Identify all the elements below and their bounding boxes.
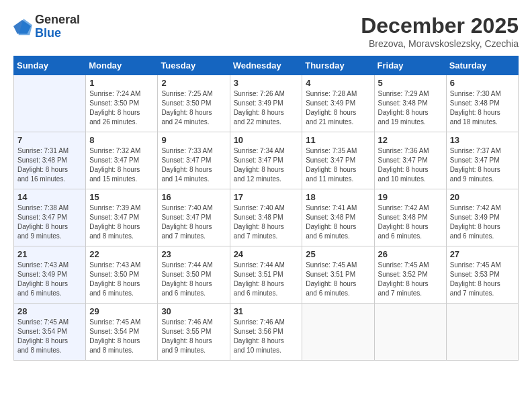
day-number: 16: [161, 192, 226, 202]
day-number: 5: [378, 78, 443, 88]
day-info: Sunrise: 7:42 AMSunset: 3:48 PMDaylight:…: [378, 203, 443, 241]
weekday-header-saturday: Saturday: [446, 56, 518, 75]
weekday-header-tuesday: Tuesday: [158, 56, 230, 75]
day-info: Sunrise: 7:35 AMSunset: 3:47 PMDaylight:…: [306, 146, 370, 184]
day-number: 2: [161, 78, 226, 88]
weekday-header-sunday: Sunday: [14, 56, 86, 75]
day-info: Sunrise: 7:44 AMSunset: 3:51 PMDaylight:…: [234, 261, 299, 298]
day-number: 11: [306, 135, 370, 145]
calendar-cell: 22Sunrise: 7:43 AMSunset: 3:50 PMDayligh…: [86, 246, 158, 304]
logo-general: General: [35, 13, 80, 26]
week-row-4: 21Sunrise: 7:43 AMSunset: 3:49 PMDayligh…: [14, 246, 519, 304]
day-number: 31: [234, 306, 299, 316]
day-number: 30: [161, 306, 226, 316]
day-info: Sunrise: 7:30 AMSunset: 3:48 PMDaylight:…: [450, 89, 515, 127]
day-info: Sunrise: 7:42 AMSunset: 3:49 PMDaylight:…: [450, 203, 515, 241]
day-info: Sunrise: 7:26 AMSunset: 3:49 PMDaylight:…: [234, 89, 299, 127]
day-info: Sunrise: 7:45 AMSunset: 3:54 PMDaylight:…: [89, 318, 154, 355]
day-number: 22: [89, 249, 154, 259]
day-info: Sunrise: 7:43 AMSunset: 3:49 PMDaylight:…: [17, 261, 82, 298]
day-info: Sunrise: 7:46 AMSunset: 3:55 PMDaylight:…: [161, 318, 226, 355]
calendar-cell: 17Sunrise: 7:40 AMSunset: 3:48 PMDayligh…: [230, 189, 302, 246]
day-number: 18: [306, 192, 370, 202]
day-info: Sunrise: 7:28 AMSunset: 3:49 PMDaylight:…: [306, 89, 370, 127]
day-number: 4: [306, 78, 370, 88]
weekday-header-wednesday: Wednesday: [230, 56, 302, 75]
calendar-cell: 20Sunrise: 7:42 AMSunset: 3:49 PMDayligh…: [446, 189, 518, 246]
calendar-cell: 23Sunrise: 7:44 AMSunset: 3:50 PMDayligh…: [158, 246, 230, 304]
month-title: December 2025: [361, 13, 519, 38]
day-number: 8: [89, 135, 154, 145]
day-number: 7: [17, 135, 82, 145]
calendar-cell: 30Sunrise: 7:46 AMSunset: 3:55 PMDayligh…: [158, 304, 230, 361]
calendar-cell: 18Sunrise: 7:41 AMSunset: 3:48 PMDayligh…: [302, 189, 374, 246]
calendar-cell: 6Sunrise: 7:30 AMSunset: 3:48 PMDaylight…: [446, 75, 518, 132]
day-info: Sunrise: 7:24 AMSunset: 3:50 PMDaylight:…: [89, 89, 154, 127]
day-number: 24: [234, 249, 299, 259]
day-info: Sunrise: 7:38 AMSunset: 3:47 PMDaylight:…: [17, 203, 82, 241]
calendar-cell: 14Sunrise: 7:38 AMSunset: 3:47 PMDayligh…: [14, 189, 86, 246]
calendar-cell: 26Sunrise: 7:45 AMSunset: 3:52 PMDayligh…: [374, 246, 446, 304]
day-number: 13: [450, 135, 515, 145]
calendar-cell: [446, 304, 518, 361]
calendar-cell: 1Sunrise: 7:24 AMSunset: 3:50 PMDaylight…: [86, 75, 158, 132]
day-number: 19: [378, 192, 443, 202]
calendar-cell: 24Sunrise: 7:44 AMSunset: 3:51 PMDayligh…: [230, 246, 302, 304]
day-info: Sunrise: 7:33 AMSunset: 3:47 PMDaylight:…: [161, 146, 226, 184]
calendar-cell: 21Sunrise: 7:43 AMSunset: 3:49 PMDayligh…: [14, 246, 86, 304]
calendar-cell: [14, 75, 86, 132]
week-row-3: 14Sunrise: 7:38 AMSunset: 3:47 PMDayligh…: [14, 189, 519, 246]
day-number: 14: [17, 192, 82, 202]
calendar-cell: 12Sunrise: 7:36 AMSunset: 3:47 PMDayligh…: [374, 132, 446, 189]
calendar-cell: 25Sunrise: 7:45 AMSunset: 3:51 PMDayligh…: [302, 246, 374, 304]
day-number: 9: [161, 135, 226, 145]
day-info: Sunrise: 7:44 AMSunset: 3:50 PMDaylight:…: [161, 261, 226, 298]
calendar-cell: 7Sunrise: 7:31 AMSunset: 3:48 PMDaylight…: [14, 132, 86, 189]
calendar-cell: 29Sunrise: 7:45 AMSunset: 3:54 PMDayligh…: [86, 304, 158, 361]
day-number: 10: [234, 135, 299, 145]
day-number: 28: [17, 306, 82, 316]
day-info: Sunrise: 7:41 AMSunset: 3:48 PMDaylight:…: [306, 203, 370, 241]
calendar-cell: 15Sunrise: 7:39 AMSunset: 3:47 PMDayligh…: [86, 189, 158, 246]
logo-icon: [13, 17, 32, 36]
calendar-cell: 19Sunrise: 7:42 AMSunset: 3:48 PMDayligh…: [374, 189, 446, 246]
weekday-header-thursday: Thursday: [302, 56, 374, 75]
day-number: 29: [89, 306, 154, 316]
day-number: 17: [234, 192, 299, 202]
day-number: 12: [378, 135, 443, 145]
calendar-cell: 8Sunrise: 7:32 AMSunset: 3:47 PMDaylight…: [86, 132, 158, 189]
day-info: Sunrise: 7:46 AMSunset: 3:56 PMDaylight:…: [234, 318, 299, 355]
calendar-cell: 16Sunrise: 7:40 AMSunset: 3:47 PMDayligh…: [158, 189, 230, 246]
day-info: Sunrise: 7:43 AMSunset: 3:50 PMDaylight:…: [89, 261, 154, 298]
day-number: 3: [234, 78, 299, 88]
day-info: Sunrise: 7:39 AMSunset: 3:47 PMDaylight:…: [89, 203, 154, 241]
calendar-cell: [374, 304, 446, 361]
logo-blue: Blue: [35, 26, 61, 40]
day-info: Sunrise: 7:36 AMSunset: 3:47 PMDaylight:…: [378, 146, 443, 184]
page-header: General Blue December 2025 Brezova, Mora…: [13, 13, 519, 49]
calendar-cell: 5Sunrise: 7:29 AMSunset: 3:48 PMDaylight…: [374, 75, 446, 132]
day-info: Sunrise: 7:37 AMSunset: 3:47 PMDaylight:…: [450, 146, 515, 184]
day-number: 20: [450, 192, 515, 202]
calendar-cell: 3Sunrise: 7:26 AMSunset: 3:49 PMDaylight…: [230, 75, 302, 132]
day-number: 21: [17, 249, 82, 259]
calendar-cell: 9Sunrise: 7:33 AMSunset: 3:47 PMDaylight…: [158, 132, 230, 189]
day-info: Sunrise: 7:40 AMSunset: 3:47 PMDaylight:…: [161, 203, 226, 241]
day-info: Sunrise: 7:29 AMSunset: 3:48 PMDaylight:…: [378, 89, 443, 127]
day-number: 27: [450, 249, 515, 259]
weekday-header-monday: Monday: [86, 56, 158, 75]
calendar-cell: 11Sunrise: 7:35 AMSunset: 3:47 PMDayligh…: [302, 132, 374, 189]
day-number: 6: [450, 78, 515, 88]
day-info: Sunrise: 7:40 AMSunset: 3:48 PMDaylight:…: [234, 203, 299, 241]
day-info: Sunrise: 7:45 AMSunset: 3:54 PMDaylight:…: [17, 318, 82, 355]
day-number: 15: [89, 192, 154, 202]
weekday-header-row: SundayMondayTuesdayWednesdayThursdayFrid…: [14, 56, 519, 75]
calendar-cell: 4Sunrise: 7:28 AMSunset: 3:49 PMDaylight…: [302, 75, 374, 132]
location: Brezova, Moravskoslezsky, Czechia: [361, 38, 519, 49]
day-info: Sunrise: 7:45 AMSunset: 3:51 PMDaylight:…: [306, 261, 370, 298]
day-number: 25: [306, 249, 370, 259]
day-info: Sunrise: 7:34 AMSunset: 3:47 PMDaylight:…: [234, 146, 299, 184]
calendar-cell: 13Sunrise: 7:37 AMSunset: 3:47 PMDayligh…: [446, 132, 518, 189]
day-info: Sunrise: 7:45 AMSunset: 3:52 PMDaylight:…: [378, 261, 443, 298]
day-info: Sunrise: 7:32 AMSunset: 3:47 PMDaylight:…: [89, 146, 154, 184]
